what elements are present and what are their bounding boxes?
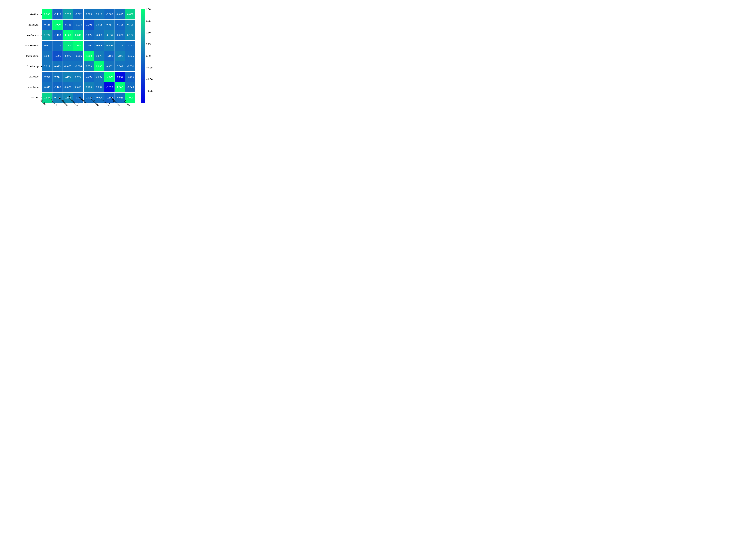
heatmap-cell: 0.013: [115, 41, 125, 51]
heatmap-cell: 1.000: [63, 30, 73, 40]
heatmap-cell: 0.019: [94, 9, 104, 20]
heatmap-cell: 1.000: [42, 9, 52, 20]
heatmap-cell: 0.106: [63, 72, 73, 82]
heatmap-cell: -0.109: [84, 72, 94, 82]
colorbar-tick-label: 1.00: [146, 8, 151, 11]
x-tick-mark: [68, 103, 68, 104]
heatmap-cell: -0.072: [84, 30, 94, 40]
heatmap-cell: -0.925: [104, 82, 114, 92]
heatmap-cell: 0.688: [125, 9, 135, 20]
heatmap-cell: 0.019: [42, 61, 52, 72]
heatmap-cell: -0.109: [104, 51, 114, 61]
heatmap-cell: 0.100: [115, 51, 125, 61]
heatmap-cell: -0.066: [73, 51, 83, 61]
y-tick-label: Population: [26, 55, 41, 57]
heatmap-cell: -0.025: [125, 51, 135, 61]
heatmap-cell: -0.015: [42, 82, 52, 92]
heatmap-cell: -0.028: [63, 82, 73, 92]
heatmap-cell: -0.047: [125, 41, 135, 51]
y-tick-label: MedInc: [30, 13, 41, 16]
heatmap-chart: 1.000-0.1190.327-0.0620.0050.019-0.080-0…: [42, 9, 135, 103]
y-tick-label: Longitude: [27, 86, 41, 88]
heatmap-cell: -0.296: [52, 51, 62, 61]
heatmap-cell: 1.000: [73, 41, 83, 51]
colorbar-tick-label: −0.25: [146, 66, 153, 69]
y-tick-label: HouseAge: [26, 24, 41, 26]
heatmap-cell: -0.296: [84, 20, 94, 30]
heatmap-cell: -0.119: [52, 9, 62, 20]
colorbar-tick-label: 0.75: [146, 20, 151, 22]
heatmap-cell: 1.000: [52, 20, 62, 30]
heatmap-cell: 0.005: [42, 51, 52, 61]
heatmap-cell: 0.002: [94, 82, 104, 92]
heatmap-cell: 0.070: [104, 41, 114, 51]
heatmap-cell: 1.000: [115, 82, 125, 92]
heatmap-cell: 0.070: [94, 51, 104, 61]
heatmap-grid: 1.000-0.1190.327-0.0620.0050.019-0.080-0…: [42, 9, 135, 103]
heatmap-cell: -0.006: [94, 41, 104, 51]
heatmap-cell: -0.062: [42, 41, 52, 51]
heatmap-cell: -0.078: [73, 20, 83, 30]
y-tick-label: Latitude: [29, 75, 41, 78]
heatmap-cell: -0.028: [115, 30, 125, 40]
heatmap-cell: -0.078: [52, 41, 62, 51]
heatmap-cell: -0.046: [125, 82, 135, 92]
heatmap-cell: -0.108: [115, 20, 125, 30]
heatmap-cell: 0.013: [73, 82, 83, 92]
heatmap-cell: 0.013: [52, 61, 62, 72]
y-tick-label: AveBedrms: [25, 44, 41, 47]
y-tick-label: AveRooms: [26, 34, 41, 37]
colorbar-tick-label: −0.50: [146, 78, 153, 81]
heatmap-cell: -0.015: [115, 9, 125, 20]
heatmap-cell: -0.925: [115, 72, 125, 82]
heatmap-cell: 0.002: [104, 61, 114, 72]
heatmap-cell: 0.002: [115, 61, 125, 72]
heatmap-cell: -0.108: [52, 82, 62, 92]
heatmap-cell: -0.006: [73, 61, 83, 72]
heatmap-cell: 0.005: [84, 9, 94, 20]
heatmap-cell: 0.070: [84, 61, 94, 72]
heatmap-cell: -0.005: [63, 61, 73, 72]
heatmap-cell: 1.000: [84, 51, 94, 61]
heatmap-cell: 0.070: [73, 72, 83, 82]
heatmap-cell: -0.024: [125, 61, 135, 72]
heatmap-cell: 0.002: [94, 72, 104, 82]
colorbar-tick-label: 0.50: [146, 31, 151, 34]
heatmap-cell: 0.011: [104, 20, 114, 30]
y-tick-label: target: [31, 96, 41, 99]
y-tick-label: AveOccup: [27, 65, 41, 68]
heatmap-cell: -0.153: [63, 20, 73, 30]
colorbar-tick-label: 0.25: [146, 43, 151, 46]
heatmap-cell: -0.072: [63, 51, 73, 61]
heatmap-cell: 0.327: [42, 30, 52, 40]
heatmap-cell: 0.011: [52, 72, 62, 82]
heatmap-cell: 0.013: [94, 20, 104, 30]
heatmap-cell: 0.100: [84, 82, 94, 92]
heatmap-cell: 1.000: [94, 61, 104, 72]
heatmap-cell: -0.153: [52, 30, 62, 40]
heatmap-cell: 1.000: [104, 72, 114, 82]
heatmap-cell: -0.062: [73, 9, 83, 20]
colorbar-tick-label: 0.00: [146, 55, 151, 57]
heatmap-cell: -0.066: [84, 41, 94, 51]
colorbar: 1.000.750.500.250.00−0.25−0.50−0.75: [141, 9, 145, 103]
heatmap-cell: 0.848: [73, 30, 83, 40]
heatmap-cell: -0.080: [104, 9, 114, 20]
heatmap-cell: 0.106: [125, 20, 135, 30]
colorbar-gradient: [141, 9, 145, 103]
heatmap-cell: 0.152: [125, 30, 135, 40]
heatmap-cell: -0.144: [125, 72, 135, 82]
heatmap-cell: 0.106: [104, 30, 114, 40]
heatmap-cell: 0.327: [63, 9, 73, 20]
heatmap-cell: -0.080: [42, 72, 52, 82]
heatmap-cell: 0.848: [63, 41, 73, 51]
colorbar-tick-label: −0.75: [146, 89, 153, 92]
heatmap-cell: -0.005: [94, 30, 104, 40]
heatmap-cell: -0.119: [42, 20, 52, 30]
